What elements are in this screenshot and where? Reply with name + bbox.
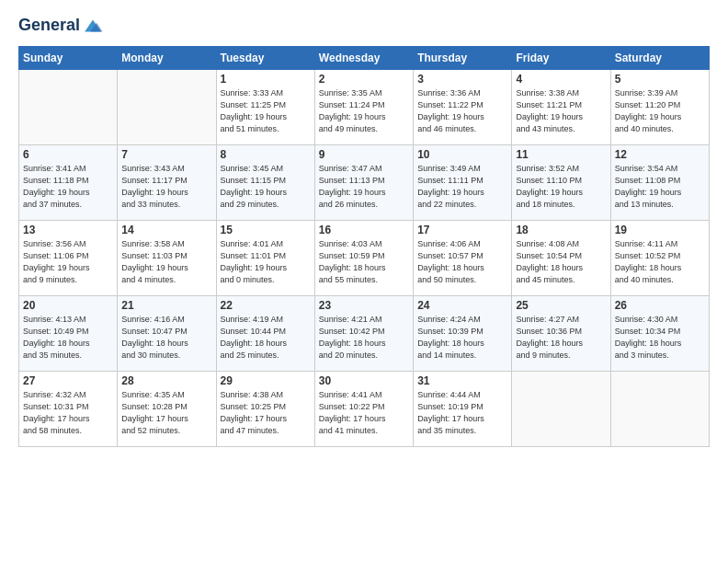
- calendar-cell: 30Sunrise: 4:41 AM Sunset: 10:22 PM Dayl…: [314, 372, 413, 447]
- day-number: 24: [417, 299, 507, 312]
- day-number: 4: [516, 73, 606, 86]
- day-info: Sunrise: 4:32 AM Sunset: 10:31 PM Daylig…: [23, 389, 113, 437]
- weekday-header-monday: Monday: [118, 47, 216, 70]
- calendar-cell: 18Sunrise: 4:08 AM Sunset: 10:54 PM Dayl…: [512, 221, 610, 296]
- page: General SundayMondayTuesdayWednesdayThur…: [0, 0, 728, 456]
- day-info: Sunrise: 3:45 AM Sunset: 11:15 PM Daylig…: [221, 163, 311, 211]
- calendar-cell: 14Sunrise: 3:58 AM Sunset: 11:03 PM Dayl…: [118, 221, 216, 296]
- day-number: 23: [319, 299, 409, 312]
- day-info: Sunrise: 3:38 AM Sunset: 11:21 PM Daylig…: [516, 87, 606, 135]
- day-info: Sunrise: 3:43 AM Sunset: 11:17 PM Daylig…: [121, 163, 211, 211]
- weekday-header-tuesday: Tuesday: [216, 47, 314, 70]
- day-number: 18: [516, 224, 606, 236]
- day-info: Sunrise: 3:39 AM Sunset: 11:20 PM Daylig…: [615, 87, 705, 135]
- day-info: Sunrise: 3:49 AM Sunset: 11:11 PM Daylig…: [417, 163, 507, 211]
- day-info: Sunrise: 4:44 AM Sunset: 10:19 PM Daylig…: [417, 389, 507, 437]
- weekday-header-row: SundayMondayTuesdayWednesdayThursdayFrid…: [19, 47, 710, 70]
- calendar-cell: 3Sunrise: 3:36 AM Sunset: 11:22 PM Dayli…: [414, 70, 512, 145]
- day-number: 8: [221, 148, 311, 161]
- calendar-cell: 7Sunrise: 3:43 AM Sunset: 11:17 PM Dayli…: [118, 145, 216, 221]
- weekday-header-sunday: Sunday: [19, 47, 118, 70]
- day-number: 14: [121, 224, 211, 236]
- calendar-cell: 16Sunrise: 4:03 AM Sunset: 10:59 PM Dayl…: [314, 221, 413, 296]
- header: General: [18, 15, 710, 37]
- calendar-cell: 8Sunrise: 3:45 AM Sunset: 11:15 PM Dayli…: [216, 145, 314, 221]
- calendar-cell: 29Sunrise: 4:38 AM Sunset: 10:25 PM Dayl…: [216, 372, 314, 447]
- calendar-cell: 24Sunrise: 4:24 AM Sunset: 10:39 PM Dayl…: [414, 296, 512, 372]
- calendar-cell: 28Sunrise: 4:35 AM Sunset: 10:28 PM Dayl…: [118, 372, 216, 447]
- calendar: SundayMondayTuesdayWednesdayThursdayFrid…: [18, 46, 710, 447]
- day-info: Sunrise: 4:38 AM Sunset: 10:25 PM Daylig…: [221, 389, 311, 437]
- day-number: 25: [516, 299, 606, 312]
- day-number: 10: [417, 148, 507, 161]
- day-number: 1: [221, 73, 311, 86]
- day-info: Sunrise: 4:06 AM Sunset: 10:57 PM Daylig…: [417, 238, 507, 286]
- day-info: Sunrise: 4:13 AM Sunset: 10:49 PM Daylig…: [23, 314, 113, 362]
- day-info: Sunrise: 4:27 AM Sunset: 10:36 PM Daylig…: [516, 314, 606, 362]
- calendar-cell: 21Sunrise: 4:16 AM Sunset: 10:47 PM Dayl…: [118, 296, 216, 372]
- day-number: 28: [121, 374, 211, 387]
- day-info: Sunrise: 4:21 AM Sunset: 10:42 PM Daylig…: [319, 314, 409, 362]
- day-info: Sunrise: 3:58 AM Sunset: 11:03 PM Daylig…: [121, 238, 211, 286]
- calendar-cell: 2Sunrise: 3:35 AM Sunset: 11:24 PM Dayli…: [314, 70, 413, 145]
- calendar-cell: 15Sunrise: 4:01 AM Sunset: 11:01 PM Dayl…: [216, 221, 314, 296]
- week-row-4: 20Sunrise: 4:13 AM Sunset: 10:49 PM Dayl…: [19, 296, 710, 372]
- day-number: 31: [417, 374, 507, 387]
- day-number: 21: [121, 299, 211, 312]
- day-info: Sunrise: 4:16 AM Sunset: 10:47 PM Daylig…: [121, 314, 211, 362]
- day-info: Sunrise: 4:24 AM Sunset: 10:39 PM Daylig…: [417, 314, 507, 362]
- day-number: 16: [319, 224, 409, 236]
- calendar-cell: [118, 70, 216, 145]
- week-row-5: 27Sunrise: 4:32 AM Sunset: 10:31 PM Dayl…: [19, 372, 710, 447]
- weekday-header-friday: Friday: [512, 47, 610, 70]
- calendar-cell: [610, 372, 709, 447]
- day-number: 13: [23, 224, 113, 236]
- week-row-1: 1Sunrise: 3:33 AM Sunset: 11:25 PM Dayli…: [19, 70, 710, 145]
- calendar-cell: 25Sunrise: 4:27 AM Sunset: 10:36 PM Dayl…: [512, 296, 610, 372]
- calendar-cell: 5Sunrise: 3:39 AM Sunset: 11:20 PM Dayli…: [610, 70, 709, 145]
- calendar-cell: 22Sunrise: 4:19 AM Sunset: 10:44 PM Dayl…: [216, 296, 314, 372]
- day-info: Sunrise: 4:41 AM Sunset: 10:22 PM Daylig…: [319, 389, 409, 437]
- day-number: 9: [319, 148, 409, 161]
- day-number: 20: [23, 299, 113, 312]
- day-info: Sunrise: 3:56 AM Sunset: 11:06 PM Daylig…: [23, 238, 113, 286]
- day-info: Sunrise: 3:41 AM Sunset: 11:18 PM Daylig…: [23, 163, 113, 211]
- day-number: 5: [615, 73, 705, 86]
- week-row-3: 13Sunrise: 3:56 AM Sunset: 11:06 PM Dayl…: [19, 221, 710, 296]
- day-number: 6: [23, 148, 113, 161]
- day-number: 7: [121, 148, 211, 161]
- day-number: 22: [221, 299, 311, 312]
- day-info: Sunrise: 3:36 AM Sunset: 11:22 PM Daylig…: [417, 87, 507, 135]
- day-info: Sunrise: 3:35 AM Sunset: 11:24 PM Daylig…: [319, 87, 409, 135]
- calendar-cell: 31Sunrise: 4:44 AM Sunset: 10:19 PM Dayl…: [414, 372, 512, 447]
- week-row-2: 6Sunrise: 3:41 AM Sunset: 11:18 PM Dayli…: [19, 145, 710, 221]
- day-number: 11: [516, 148, 606, 161]
- day-info: Sunrise: 4:35 AM Sunset: 10:28 PM Daylig…: [121, 389, 211, 437]
- calendar-cell: 20Sunrise: 4:13 AM Sunset: 10:49 PM Dayl…: [19, 296, 118, 372]
- day-number: 17: [417, 224, 507, 236]
- calendar-cell: 12Sunrise: 3:54 AM Sunset: 11:08 PM Dayl…: [610, 145, 709, 221]
- day-number: 30: [319, 374, 409, 387]
- calendar-cell: 13Sunrise: 3:56 AM Sunset: 11:06 PM Dayl…: [19, 221, 118, 296]
- day-info: Sunrise: 4:03 AM Sunset: 10:59 PM Daylig…: [319, 238, 409, 286]
- calendar-cell: 19Sunrise: 4:11 AM Sunset: 10:52 PM Dayl…: [610, 221, 709, 296]
- calendar-cell: 6Sunrise: 3:41 AM Sunset: 11:18 PM Dayli…: [19, 145, 118, 221]
- day-number: 2: [319, 73, 409, 86]
- calendar-cell: 1Sunrise: 3:33 AM Sunset: 11:25 PM Dayli…: [216, 70, 314, 145]
- calendar-cell: 17Sunrise: 4:06 AM Sunset: 10:57 PM Dayl…: [414, 221, 512, 296]
- day-number: 12: [615, 148, 705, 161]
- day-info: Sunrise: 4:11 AM Sunset: 10:52 PM Daylig…: [615, 238, 705, 286]
- day-info: Sunrise: 3:52 AM Sunset: 11:10 PM Daylig…: [516, 163, 606, 211]
- weekday-header-thursday: Thursday: [414, 47, 512, 70]
- day-number: 15: [221, 224, 311, 236]
- logo: General: [18, 15, 104, 37]
- day-number: 26: [615, 299, 705, 312]
- calendar-cell: 27Sunrise: 4:32 AM Sunset: 10:31 PM Dayl…: [19, 372, 118, 447]
- logo-text: General: [18, 17, 80, 35]
- day-number: 3: [417, 73, 507, 86]
- calendar-cell: 11Sunrise: 3:52 AM Sunset: 11:10 PM Dayl…: [512, 145, 610, 221]
- calendar-cell: 10Sunrise: 3:49 AM Sunset: 11:11 PM Dayl…: [414, 145, 512, 221]
- day-number: 27: [23, 374, 113, 387]
- day-info: Sunrise: 3:47 AM Sunset: 11:13 PM Daylig…: [319, 163, 409, 211]
- calendar-cell: 9Sunrise: 3:47 AM Sunset: 11:13 PM Dayli…: [314, 145, 413, 221]
